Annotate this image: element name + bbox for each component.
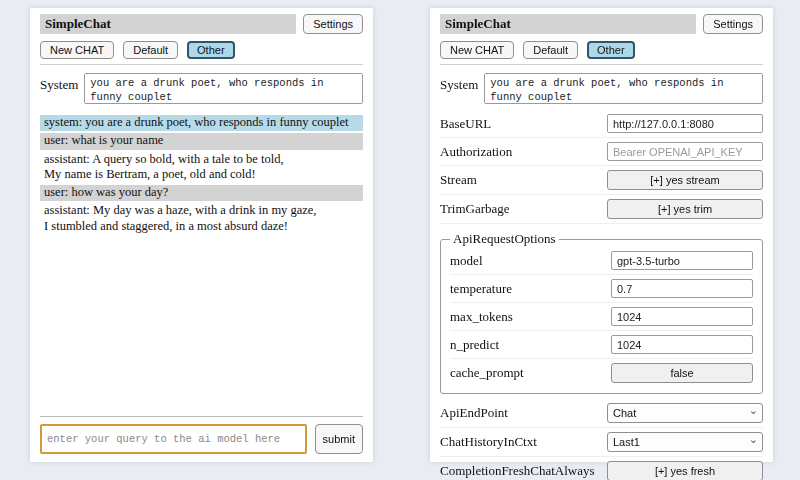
setting-row-apiendpoint: ApiEndPoint Chat ⌄ (440, 399, 763, 428)
new-chat-button[interactable]: New CHAT (40, 41, 114, 59)
temperature-label: temperature (450, 281, 512, 297)
cache-prompt-label: cache_prompt (450, 365, 524, 381)
freshchat-toggle-button[interactable]: [+] yes fresh (607, 461, 763, 480)
header-divider (440, 64, 763, 65)
app-title: SimpleChat (40, 14, 296, 34)
api-request-options-fieldset: ApiRequestOptions model temperature max_… (440, 231, 763, 394)
setting-row-n-predict: n_predict (450, 331, 753, 359)
chathistory-select[interactable]: Last1 (607, 432, 763, 452)
apiendpoint-select-wrap: Chat ⌄ (607, 403, 763, 423)
system-prompt-label: System (40, 77, 78, 93)
stream-label: Stream (440, 172, 477, 188)
stream-toggle-button[interactable]: [+] yes stream (607, 170, 763, 190)
model-label: model (450, 253, 483, 269)
freshchat-label: CompletionFreshChatAlways (440, 463, 595, 479)
temperature-input[interactable] (611, 279, 753, 298)
spacer (40, 237, 363, 416)
authorization-label: Authorization (440, 144, 512, 160)
setting-row-max-tokens: max_tokens (450, 303, 753, 331)
tab-other[interactable]: Other (187, 41, 235, 59)
titlebar-row: SimpleChat Settings (40, 14, 363, 34)
authorization-input[interactable] (607, 142, 763, 161)
chat-message-system: system: you are a drunk poet, who respon… (40, 115, 363, 131)
chat-message-list: system: you are a drunk poet, who respon… (40, 115, 363, 237)
setting-row-chathistory: ChatHistoryInCtxt Last1 ⌄ (440, 428, 763, 457)
setting-row-freshchat: CompletionFreshChatAlways [+] yes fresh (440, 457, 763, 480)
query-input[interactable] (40, 424, 307, 454)
api-request-options-legend: ApiRequestOptions (450, 231, 559, 247)
trimgarbage-toggle-button[interactable]: [+] yes trim (607, 199, 763, 219)
setting-row-authorization: Authorization (440, 138, 763, 166)
query-row: submit (40, 424, 363, 454)
system-prompt-label: System (440, 77, 478, 93)
baseurl-label: BaseURL (440, 116, 491, 132)
setting-row-trimgarbage: TrimGarbage [+] yes trim (440, 195, 763, 224)
settings-panel: SimpleChat Settings New CHAT Default Oth… (430, 8, 773, 462)
tab-default[interactable]: Default (523, 41, 578, 59)
new-chat-button[interactable]: New CHAT (440, 41, 514, 59)
chat-session-tabs: New CHAT Default Other (440, 41, 763, 59)
apiendpoint-label: ApiEndPoint (440, 405, 508, 421)
submit-button[interactable]: submit (315, 424, 363, 454)
stage: SimpleChat Settings New CHAT Default Oth… (0, 0, 800, 462)
system-prompt-input[interactable]: you are a drunk poet, who responds in fu… (484, 73, 763, 104)
n-predict-label: n_predict (450, 337, 499, 353)
settings-button[interactable]: Settings (703, 14, 763, 34)
settings-form: BaseURL Authorization Stream [+] yes str… (440, 110, 763, 480)
setting-row-stream: Stream [+] yes stream (440, 166, 763, 195)
setting-row-model: model (450, 247, 753, 275)
query-divider (40, 416, 363, 417)
setting-row-temperature: temperature (450, 275, 753, 303)
system-prompt-input[interactable]: you are a drunk poet, who responds in fu… (84, 73, 363, 104)
setting-row-baseurl: BaseURL (440, 110, 763, 138)
chat-message-assistant: assistant: My day was a haze, with a dri… (40, 203, 363, 235)
chat-message-user: user: how was your day? (40, 185, 363, 201)
model-input[interactable] (611, 251, 753, 270)
settings-button[interactable]: Settings (303, 14, 363, 34)
chat-session-tabs: New CHAT Default Other (40, 41, 363, 59)
system-prompt-row: System you are a drunk poet, who respond… (40, 73, 363, 104)
trimgarbage-label: TrimGarbage (440, 201, 510, 217)
setting-row-cache-prompt: cache_prompt false (450, 359, 753, 387)
system-prompt-row: System you are a drunk poet, who respond… (440, 73, 763, 104)
apiendpoint-select[interactable]: Chat (607, 403, 763, 423)
chathistory-select-wrap: Last1 ⌄ (607, 432, 763, 452)
max-tokens-label: max_tokens (450, 309, 513, 325)
max-tokens-input[interactable] (611, 307, 753, 326)
n-predict-input[interactable] (611, 335, 753, 354)
app-title: SimpleChat (440, 14, 696, 34)
chat-message-user: user: what is your name (40, 133, 363, 149)
chat-message-assistant: assistant: A query so bold, with a tale … (40, 152, 363, 184)
header-divider (40, 64, 363, 65)
cache-prompt-toggle-button[interactable]: false (611, 363, 753, 383)
chathistory-label: ChatHistoryInCtxt (440, 434, 537, 450)
baseurl-input[interactable] (607, 114, 763, 133)
tab-other[interactable]: Other (587, 41, 635, 59)
tab-default[interactable]: Default (123, 41, 178, 59)
chat-panel: SimpleChat Settings New CHAT Default Oth… (30, 8, 373, 462)
titlebar-row: SimpleChat Settings (440, 14, 763, 34)
